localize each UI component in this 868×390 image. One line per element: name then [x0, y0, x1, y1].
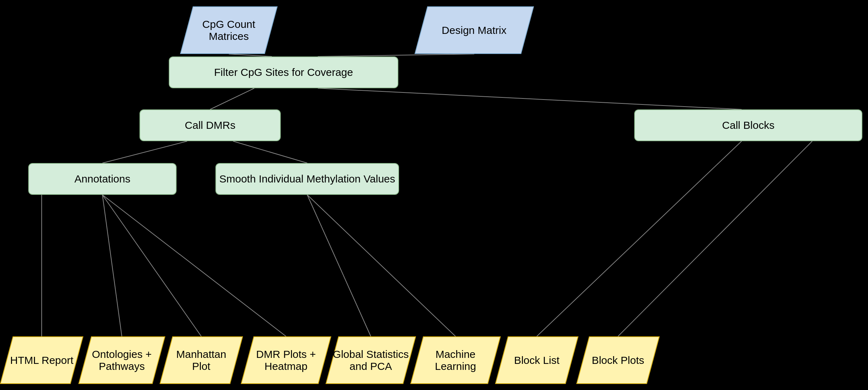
- block-plots-label: Block Plots: [592, 354, 644, 366]
- filter-cpg-label: Filter CpG Sites for Coverage: [214, 66, 353, 78]
- svg-line-5: [233, 141, 307, 163]
- smooth-methylation-label: Smooth Individual Methylation Values: [219, 173, 395, 185]
- connectors-svg: [0, 0, 868, 390]
- svg-line-10: [307, 195, 371, 336]
- call-dmrs-node: Call DMRs: [139, 109, 281, 141]
- svg-line-1: [318, 54, 474, 56]
- ontologies-node: Ontologies + Pathways: [78, 336, 165, 384]
- svg-line-0: [229, 54, 272, 56]
- svg-line-2: [210, 88, 254, 109]
- diagram-container: CpG Count Matrices Design Matrix Filter …: [0, 0, 868, 390]
- call-blocks-node: Call Blocks: [634, 109, 862, 141]
- svg-line-13: [618, 141, 812, 336]
- svg-line-7: [102, 195, 122, 336]
- cpg-count-node: CpG Count Matrices: [180, 6, 278, 54]
- annotations-node: Annotations: [28, 163, 177, 195]
- design-matrix-label: Design Matrix: [442, 24, 506, 36]
- html-report-node: HTML Report: [0, 336, 83, 384]
- svg-line-9: [102, 195, 286, 336]
- call-blocks-label: Call Blocks: [722, 119, 774, 131]
- design-matrix-node: Design Matrix: [415, 6, 534, 54]
- filter-cpg-node: Filter CpG Sites for Coverage: [169, 56, 398, 88]
- svg-line-4: [102, 141, 187, 163]
- global-stats-label: Global Statistics and PCA: [333, 348, 409, 372]
- cpg-count-label: CpG Count Matrices: [187, 18, 270, 42]
- block-plots-node: Block Plots: [576, 336, 660, 384]
- html-report-label: HTML Report: [10, 354, 73, 366]
- manhattan-node: Manhattan Plot: [160, 336, 243, 384]
- manhattan-label: Manhattan Plot: [167, 348, 236, 372]
- svg-line-3: [318, 88, 742, 109]
- svg-line-8: [102, 195, 201, 336]
- block-list-node: Block List: [495, 336, 578, 384]
- machine-learning-node: Machine Learning: [410, 336, 501, 384]
- block-list-label: Block List: [514, 354, 559, 366]
- svg-line-12: [537, 141, 742, 336]
- svg-line-11: [307, 195, 456, 336]
- ontologies-label: Ontologies + Pathways: [85, 348, 158, 372]
- dmr-plots-node: DMR Plots + Heatmap: [241, 336, 331, 384]
- smooth-methylation-node: Smooth Individual Methylation Values: [215, 163, 399, 195]
- call-dmrs-label: Call DMRs: [185, 119, 235, 131]
- global-stats-node: Global Statistics and PCA: [326, 336, 416, 384]
- machine-learning-label: Machine Learning: [417, 348, 494, 372]
- dmr-plots-label: DMR Plots + Heatmap: [248, 348, 324, 372]
- annotations-label: Annotations: [75, 173, 130, 185]
